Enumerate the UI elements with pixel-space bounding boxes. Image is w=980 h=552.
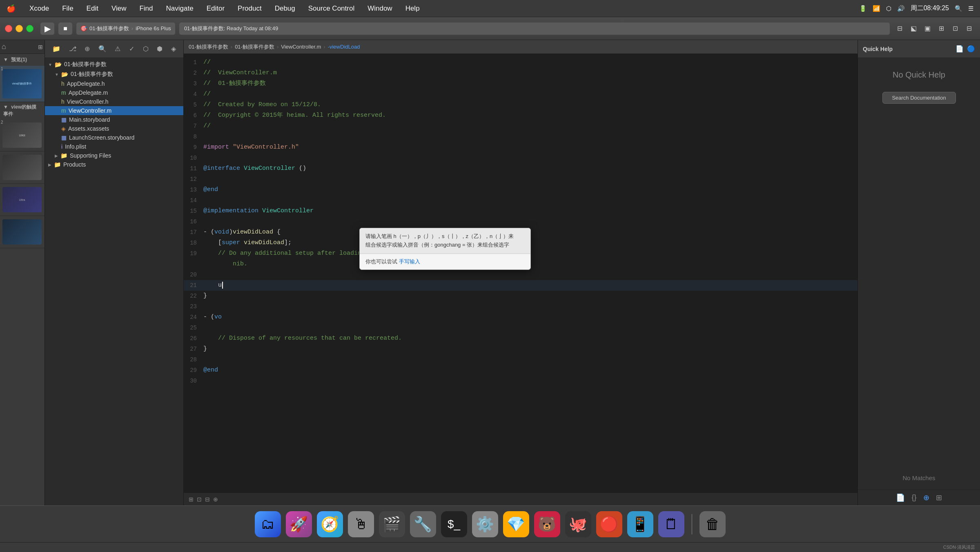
editor-bottom-icon3[interactable]: ⊟ — [205, 496, 210, 503]
debug-toggle[interactable]: ⬕ — [907, 23, 920, 34]
disclosure-arrow[interactable]: ▼ — [3, 57, 8, 62]
search-documentation-button[interactable]: Search Documentation — [882, 92, 956, 104]
layout-toggle1[interactable]: ▣ — [921, 23, 933, 34]
finder-icon: 🗂 — [261, 516, 275, 532]
breadcrumb-item-2[interactable]: 01-触摸事件参数 — [235, 43, 274, 51]
menu-product[interactable]: Product — [235, 4, 264, 13]
inspector-toggle[interactable]: ⊟ — [963, 23, 975, 34]
folder-icon: 📁 — [60, 152, 67, 159]
editor-bottom-icon4[interactable]: ⊕ — [213, 496, 218, 503]
qh-file-icon[interactable]: 📄 — [956, 45, 964, 53]
menu-debug[interactable]: Debug — [272, 4, 298, 13]
control-center-icon[interactable]: ☰ — [968, 5, 973, 12]
qh-circle-icon[interactable]: ⊕ — [923, 493, 929, 502]
dock-safari[interactable]: 🧭 — [317, 511, 343, 537]
subgroup-label: 01-触摸事件参数 — [71, 71, 113, 78]
tree-root-group[interactable]: ▼ 📂 01-触摸事件参数 — [45, 60, 183, 69]
editor-bottom-icon2[interactable]: ⊡ — [197, 496, 202, 503]
tree-file-viewcontroller-m[interactable]: m ViewController.m — [45, 106, 183, 115]
chevron-right-icon: › — [131, 25, 133, 31]
report-nav-icon[interactable]: ◈ — [169, 43, 178, 54]
dock-quicktime[interactable]: 🎬 — [379, 511, 405, 537]
slide-item[interactable]: view的触摸事件 1 — [0, 66, 45, 102]
dock-bear[interactable]: 🐻 — [534, 511, 560, 537]
navigator-toggle[interactable]: ⊟ — [893, 23, 906, 34]
tree-supporting-files[interactable]: ▶ 📁 Supporting Files — [45, 151, 183, 160]
tree-file-launch[interactable]: ▦ LaunchScreen.storyboard — [45, 133, 183, 142]
issue-nav-icon[interactable]: ⚠ — [112, 43, 123, 54]
code-editor[interactable]: 1 // 2 // ViewController.m 3 // 01-触摸事件参… — [184, 54, 858, 492]
stop-button[interactable]: ■ — [58, 22, 73, 35]
code-line-2: 2 // ViewController.m — [184, 68, 858, 78]
scheme-selector[interactable]: 🎯 01-触摸事件参数 › iPhone 6s Plus — [76, 22, 176, 35]
bear-icon: 🐻 — [538, 516, 556, 533]
close-button[interactable] — [5, 25, 12, 32]
run-button[interactable]: ▶ — [40, 22, 55, 35]
dock-finder[interactable]: 🗂 — [255, 511, 281, 537]
dock-app2[interactable]: 📱 — [627, 511, 653, 537]
code-line-15: 15 @implementation ViewController — [184, 206, 858, 216]
slide-item-4[interactable]: Ultra — [0, 184, 45, 216]
dock-app1[interactable]: 🔴 — [596, 511, 622, 537]
dock-trash[interactable]: 🗑 — [699, 511, 726, 537]
find-nav-icon[interactable]: 🔍 — [96, 43, 109, 54]
menu-edit[interactable]: Edit — [84, 4, 101, 13]
tree-file-appdelegate-h[interactable]: h AppDelegate.h — [45, 79, 183, 88]
handwrite-link[interactable]: 手写输入 — [399, 258, 420, 265]
file-navigator-icon[interactable]: 📁 — [50, 43, 63, 54]
slide-item-5[interactable] — [0, 216, 45, 248]
disclosure-arrow2[interactable]: ▼ — [3, 104, 8, 110]
tree-file-assets[interactable]: ◈ Assets.xcassets — [45, 124, 183, 133]
maximize-button[interactable] — [26, 25, 33, 32]
slide-item-2[interactable]: UIKit 2 — [0, 119, 45, 151]
tree-file-appdelegate-m[interactable]: m AppDelegate.m — [45, 88, 183, 97]
source-control-nav-icon[interactable]: ⎇ — [67, 43, 79, 54]
dock-sketch[interactable]: 💎 — [503, 511, 529, 537]
menu-view[interactable]: View — [109, 4, 129, 13]
menu-file[interactable]: File — [60, 4, 76, 13]
spotlight-icon[interactable]: 🔍 — [955, 5, 962, 12]
dock-github[interactable]: 🐙 — [565, 511, 591, 537]
qh-settings-icon[interactable]: 🔵 — [967, 45, 975, 53]
tree-subgroup[interactable]: ▼ 📂 01-触摸事件参数 — [45, 69, 183, 79]
qh-doc-icon[interactable]: 📄 — [896, 493, 905, 502]
products-label: Products — [63, 161, 86, 168]
dock-mouse[interactable]: 🖱 — [348, 511, 374, 537]
tree-file-viewcontroller-h[interactable]: h ViewController.h — [45, 97, 183, 106]
layout-toggle2[interactable]: ⊞ — [935, 23, 947, 34]
assistant-toggle[interactable]: ⊡ — [949, 23, 961, 34]
code-line-27: 27 } — [184, 344, 858, 354]
dock-launchpad[interactable]: 🚀 — [286, 511, 312, 537]
menu-xcode[interactable]: Xcode — [27, 4, 51, 13]
test-nav-icon[interactable]: ✓ — [127, 43, 137, 54]
menu-help[interactable]: Help — [403, 4, 422, 13]
menu-navigate[interactable]: Navigate — [164, 4, 196, 13]
quicktime-icon: 🎬 — [383, 516, 401, 533]
minimize-button[interactable] — [16, 25, 23, 32]
dock-systemprefs[interactable]: ⚙️ — [472, 511, 498, 537]
resize-handle[interactable] — [978, 40, 980, 505]
tree-products[interactable]: ▶ 📁 Products — [45, 160, 183, 169]
expand-arrow-4: ▶ — [48, 162, 51, 167]
dock-tools[interactable]: 🔧 — [410, 511, 436, 537]
editor-bottom-icon1[interactable]: ⊞ — [189, 496, 194, 503]
tree-file-info[interactable]: i Info.plist — [45, 142, 183, 151]
menu-source-control[interactable]: Source Control — [306, 4, 357, 13]
breakpoints-icon[interactable]: ⬢ — [154, 43, 165, 54]
breadcrumb-item-3[interactable]: ViewController.m — [281, 44, 321, 50]
symbol-nav-icon[interactable]: ⊕ — [82, 43, 92, 54]
breadcrumb-item-1[interactable]: 01-触摸事件参数 — [189, 43, 228, 51]
qh-brace-icon[interactable]: {} — [911, 493, 916, 502]
qh-grid-icon[interactable]: ⊞ — [936, 493, 942, 502]
menu-editor[interactable]: Editor — [204, 4, 227, 13]
breadcrumb-item-4[interactable]: -viewDidLoad — [328, 44, 360, 50]
build-status: 01-触摸事件参数: Ready Today at 08:49 — [179, 22, 890, 35]
menu-window[interactable]: Window — [365, 4, 394, 13]
debug-nav-icon[interactable]: ⬡ — [140, 43, 151, 54]
tree-file-main-storyboard[interactable]: ▦ Main.storyboard — [45, 115, 183, 124]
dock-app3[interactable]: 🗒 — [658, 511, 684, 537]
apple-menu[interactable]: 🍎 — [7, 4, 16, 13]
slide-item-3[interactable] — [0, 151, 45, 184]
menu-find[interactable]: Find — [137, 4, 155, 13]
dock-terminal[interactable]: $_ — [441, 511, 467, 537]
